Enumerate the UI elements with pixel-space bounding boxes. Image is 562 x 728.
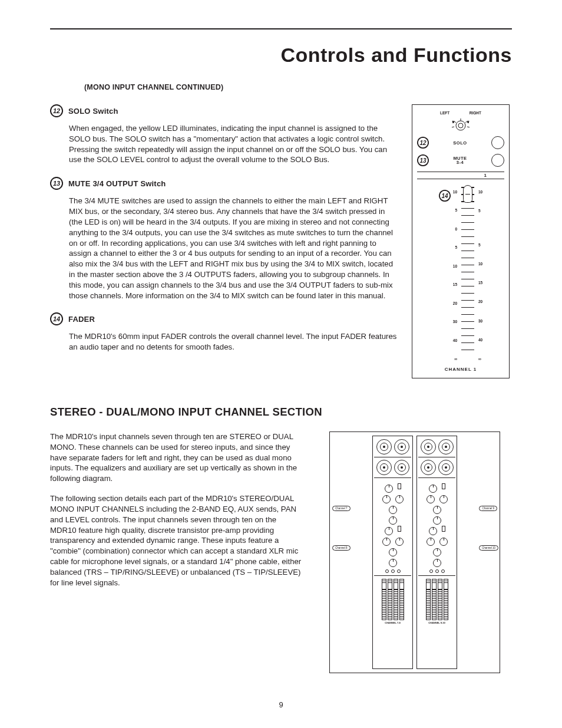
knob-icon bbox=[395, 538, 404, 546]
scale-r-0: 10 bbox=[478, 190, 482, 194]
badge-13-small-icon: 13 bbox=[417, 154, 429, 166]
fader-icon bbox=[432, 579, 437, 620]
section2-title: STEREO - DUAL/MONO INPUT CHANNEL SECTION bbox=[50, 406, 512, 419]
knob-icon bbox=[433, 548, 441, 556]
svg-line-11 bbox=[452, 127, 454, 127]
pan-knob-icon bbox=[446, 115, 475, 133]
item-14-title: FADER bbox=[68, 315, 95, 324]
knob-icon bbox=[385, 485, 393, 493]
knob-icon bbox=[389, 559, 397, 567]
section2-p1: The MDR10's input channels seven through… bbox=[50, 431, 303, 484]
lower-row: The MDR10's input channels seven through… bbox=[50, 431, 512, 673]
channel-strip-diagram: LEFT RIGHT 12 SOLO 13 MUTE3-4 1 14 bbox=[412, 104, 510, 378]
badge-13-icon: 13 bbox=[50, 177, 63, 190]
sd-col-left: CHANNEL 7-8 bbox=[372, 436, 413, 669]
fader-icon bbox=[394, 579, 398, 620]
svg-text:12: 12 bbox=[53, 107, 60, 114]
jack-icon bbox=[438, 439, 454, 454]
solo-button-icon bbox=[491, 136, 504, 149]
pan-knob: LEFT RIGHT bbox=[417, 111, 504, 133]
scale-l-2: 0 bbox=[455, 227, 457, 231]
jack-icon bbox=[421, 439, 436, 454]
scale-l-4: 10 bbox=[453, 264, 457, 268]
top-rule bbox=[50, 28, 512, 29]
scale-l-9: ∞ bbox=[454, 357, 457, 361]
scale-l-1: 5 bbox=[455, 208, 457, 212]
btn-icon bbox=[385, 569, 389, 573]
channel-footer: CHANNEL 1 bbox=[417, 367, 504, 372]
badge-14-icon: 14 bbox=[50, 312, 63, 325]
svg-line-12 bbox=[467, 127, 470, 127]
fader-icon bbox=[438, 579, 442, 620]
switch-icon bbox=[442, 483, 445, 489]
fader-track bbox=[459, 184, 476, 361]
svg-text:12: 12 bbox=[419, 140, 427, 146]
scale-r-9: ∞ bbox=[478, 357, 481, 361]
item-13-body: The 3/4 MUTE switches are used to assign… bbox=[69, 196, 399, 301]
lower-right-diagram: Channel 7 Channel 8 Channel 9 Channel 10 bbox=[318, 431, 512, 673]
scale-l-0: 10 bbox=[453, 190, 457, 194]
content-row: 12 SOLO Switch When engaged, the yellow … bbox=[50, 104, 512, 378]
knob-icon bbox=[427, 495, 435, 503]
strip-row-mute: 13 MUTE3-4 bbox=[417, 154, 504, 167]
jack-icon bbox=[376, 460, 392, 475]
knob-icon bbox=[389, 516, 397, 525]
svg-text:14: 14 bbox=[53, 316, 60, 323]
sd-col-right: CHANNEL 9-10 bbox=[416, 436, 457, 669]
knob-icon bbox=[395, 495, 404, 503]
ch9-label: Channel 9 bbox=[479, 506, 497, 511]
pan-right-label: RIGHT bbox=[470, 111, 481, 115]
left-column: 12 SOLO Switch When engaged, the yellow … bbox=[50, 104, 400, 378]
knob-icon bbox=[389, 548, 397, 556]
pan-left-label: LEFT bbox=[440, 111, 449, 115]
mute-button-icon bbox=[491, 154, 504, 167]
scale-l-5: 15 bbox=[453, 282, 457, 286]
item-14-body: The MDR10's 60mm input FADER controls th… bbox=[69, 331, 399, 353]
scale-r-4: 10 bbox=[478, 262, 482, 266]
fader-scale-left: 10 5 0 5 10 15 20 30 40 ∞ bbox=[453, 184, 457, 361]
jack-icon bbox=[394, 460, 409, 475]
scale-r-1: 5 bbox=[478, 209, 481, 213]
btn-icon bbox=[391, 569, 395, 573]
solo-label: SOLO bbox=[434, 140, 487, 146]
fader-icon bbox=[388, 579, 392, 620]
scale-l-6: 20 bbox=[453, 301, 457, 305]
item-12-title: SOLO Switch bbox=[68, 107, 118, 116]
item-13: 13 MUTE 3/4 OUTPUT Switch The 3/4 MUTE s… bbox=[50, 177, 400, 301]
jack-icon bbox=[438, 460, 454, 475]
fader-scale-right: 10 5 5 10 15 20 30 40 ∞ bbox=[478, 184, 482, 361]
fader-icon bbox=[444, 579, 448, 620]
knob-icon bbox=[439, 538, 448, 546]
fader-cap-icon bbox=[463, 185, 472, 203]
lower-left-text: The MDR10's input channels seven through… bbox=[50, 431, 303, 673]
switch-icon bbox=[442, 526, 445, 532]
knob-icon bbox=[429, 527, 437, 535]
ch7-label: Channel 7 bbox=[332, 506, 351, 511]
svg-point-6 bbox=[456, 121, 465, 130]
svg-text:14: 14 bbox=[441, 193, 448, 199]
scale-l-8: 40 bbox=[453, 338, 457, 342]
item-13-title: MUTE 3/4 OUTPUT Switch bbox=[68, 179, 166, 188]
sd-bl: CHANNEL 7-8 bbox=[385, 621, 400, 624]
fader-area: 14 10 5 0 5 10 15 20 30 40 ∞ bbox=[417, 184, 504, 361]
jack-icon bbox=[394, 439, 409, 454]
knob-icon bbox=[439, 495, 448, 503]
switch-icon bbox=[398, 526, 401, 532]
strip-row-solo: 12 SOLO bbox=[417, 136, 504, 149]
fader-icon bbox=[382, 579, 386, 620]
svg-text:13: 13 bbox=[53, 180, 60, 187]
fader-icon bbox=[426, 579, 431, 620]
svg-point-7 bbox=[458, 123, 463, 128]
switch-icon bbox=[398, 483, 401, 489]
scale-r-8: 40 bbox=[478, 338, 482, 342]
ch10-label: Channel 10 bbox=[479, 545, 498, 551]
badge-14-small-icon: 14 bbox=[439, 190, 451, 202]
fader-icon bbox=[399, 579, 404, 620]
item-14: 14 FADER The MDR10's 60mm input FADER co… bbox=[50, 312, 400, 353]
section2-p2: The following section details each part … bbox=[50, 493, 303, 588]
knob-icon bbox=[382, 495, 391, 503]
continued-heading: (MONO INPUT CHANNEL CONTINUED) bbox=[84, 83, 512, 91]
knob-icon bbox=[429, 485, 437, 493]
scale-r-7: 30 bbox=[478, 319, 482, 323]
channel-number: 1 bbox=[417, 172, 504, 179]
